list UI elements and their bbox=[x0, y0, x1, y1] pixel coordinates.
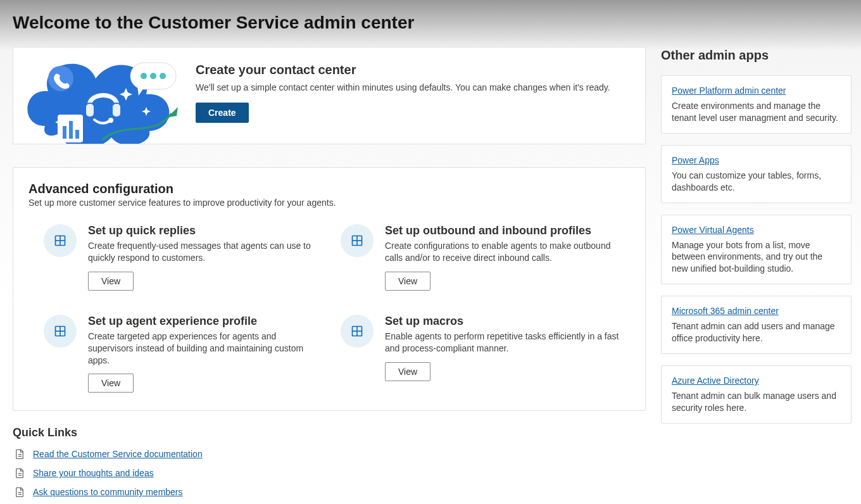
grid-icon bbox=[44, 315, 77, 348]
svg-rect-1 bbox=[112, 103, 121, 117]
grid-icon bbox=[341, 315, 374, 348]
app-desc: Create environments and manage the tenan… bbox=[672, 100, 841, 124]
view-button[interactable]: View bbox=[88, 272, 134, 291]
document-icon bbox=[14, 448, 25, 460]
grid-icon bbox=[341, 224, 374, 257]
document-icon bbox=[14, 486, 25, 498]
document-icon bbox=[14, 467, 25, 479]
app-desc: You can customize your tables, forms, da… bbox=[672, 170, 841, 194]
other-apps-title: Other admin apps bbox=[661, 48, 852, 63]
quick-link-row: Share your thoughts and ideas bbox=[13, 467, 646, 479]
app-card-power-virtual-agents: Power Virtual Agents Manage your bots fr… bbox=[661, 215, 852, 285]
quick-link-row: Ask questions to community members bbox=[13, 486, 646, 498]
app-desc: Tenant admin can bulk manage users and s… bbox=[672, 390, 841, 414]
feature-desc: Create targeted app experiences for agen… bbox=[88, 331, 322, 367]
page-title: Welcome to the Customer Service admin ce… bbox=[13, 13, 852, 33]
hero-description: We'll set up a simple contact center wit… bbox=[196, 82, 630, 92]
advanced-grid: Set up quick replies Create frequently-u… bbox=[28, 224, 627, 393]
svg-point-6 bbox=[150, 73, 156, 79]
quick-link[interactable]: Share your thoughts and ideas bbox=[33, 468, 154, 478]
feature-title: Set up outbound and inbound profiles bbox=[385, 224, 619, 237]
app-link[interactable]: Power Platform admin center bbox=[672, 85, 786, 96]
advanced-title: Advanced configuration bbox=[28, 182, 627, 196]
app-desc: Tenant admin can add users and manage of… bbox=[672, 320, 841, 344]
feature-macros: Set up macros Enable agents to perform r… bbox=[341, 315, 627, 393]
feature-quick-replies: Set up quick replies Create frequently-u… bbox=[44, 224, 330, 291]
feature-desc: Create frequently-used messages that age… bbox=[88, 240, 322, 264]
svg-rect-0 bbox=[85, 103, 94, 117]
app-link[interactable]: Azure Active Directory bbox=[672, 375, 759, 386]
other-admin-apps-section: Other admin apps Power Platform admin ce… bbox=[661, 47, 852, 435]
quick-link-row: Read the Customer Service documentation bbox=[13, 448, 646, 460]
feature-outbound-inbound: Set up outbound and inbound profiles Cre… bbox=[341, 224, 627, 291]
svg-rect-10 bbox=[69, 121, 73, 139]
view-button[interactable]: View bbox=[385, 362, 430, 381]
svg-point-7 bbox=[160, 73, 166, 79]
view-button[interactable]: View bbox=[385, 272, 430, 291]
app-link[interactable]: Power Apps bbox=[672, 155, 719, 165]
app-link[interactable]: Microsoft 365 admin center bbox=[672, 306, 779, 316]
quick-links-section: Quick Links Read the Customer Service do… bbox=[13, 426, 646, 498]
view-button[interactable]: View bbox=[88, 374, 134, 393]
quick-link[interactable]: Ask questions to community members bbox=[33, 487, 183, 497]
hero-illustration bbox=[13, 47, 191, 144]
quick-link[interactable]: Read the Customer Service documentation bbox=[33, 449, 203, 459]
create-button[interactable]: Create bbox=[196, 103, 249, 123]
advanced-subtitle: Set up more customer service features to… bbox=[28, 198, 627, 208]
app-card-power-apps: Power Apps You can customize your tables… bbox=[661, 145, 852, 203]
app-card-aad: Azure Active Directory Tenant admin can … bbox=[661, 365, 852, 424]
quick-links-title: Quick Links bbox=[13, 426, 646, 439]
grid-icon bbox=[44, 224, 77, 257]
feature-desc: Create configurations to enable agents t… bbox=[385, 240, 619, 264]
app-card-power-platform: Power Platform admin center Create envir… bbox=[661, 75, 852, 134]
create-contact-center-card: Create your contact center We'll set up … bbox=[13, 47, 646, 144]
svg-rect-9 bbox=[63, 126, 66, 139]
app-card-m365: Microsoft 365 admin center Tenant admin … bbox=[661, 296, 852, 354]
svg-rect-11 bbox=[75, 130, 79, 139]
svg-point-5 bbox=[141, 73, 147, 79]
advanced-configuration-card: Advanced configuration Set up more custo… bbox=[13, 167, 646, 411]
feature-title: Set up quick replies bbox=[88, 224, 322, 237]
feature-desc: Enable agents to perform repetitive task… bbox=[385, 331, 619, 355]
feature-title: Set up macros bbox=[385, 315, 619, 328]
hero-title: Create your contact center bbox=[196, 63, 630, 77]
app-link[interactable]: Power Virtual Agents bbox=[672, 225, 754, 235]
svg-point-2 bbox=[108, 118, 113, 123]
app-desc: Manage your bots from a list, move betwe… bbox=[672, 239, 841, 275]
feature-title: Set up agent experience profile bbox=[88, 315, 322, 328]
feature-agent-experience: Set up agent experience profile Create t… bbox=[44, 315, 330, 393]
